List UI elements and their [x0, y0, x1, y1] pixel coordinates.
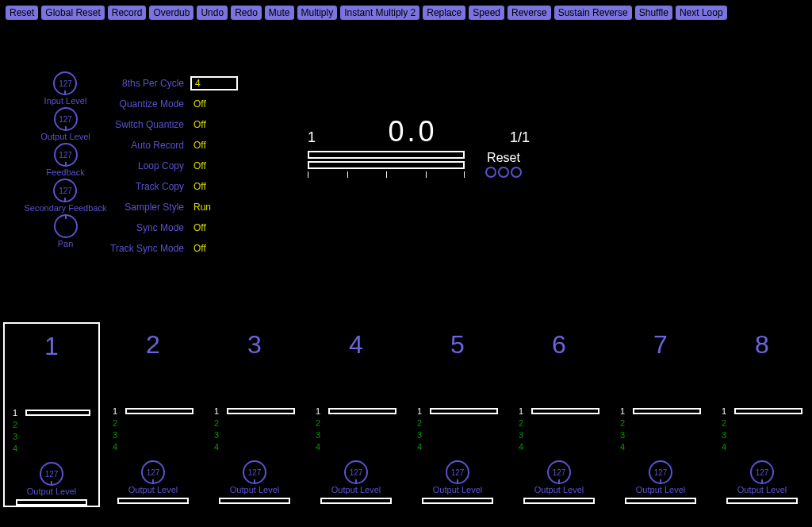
- loop-row[interactable]: 1: [214, 406, 295, 417]
- param-value[interactable]: Off: [190, 119, 206, 130]
- output-level-knob[interactable]: 127: [54, 107, 78, 131]
- redo-button[interactable]: Redo: [230, 5, 262, 21]
- knob-value: 127: [756, 468, 769, 477]
- loop-row[interactable]: 2: [113, 417, 193, 429]
- loop-row[interactable]: 4: [620, 441, 701, 452]
- track-output-knob-item: 127Output Level: [27, 462, 76, 496]
- track-strip-1[interactable]: 11234127Output Level: [3, 322, 100, 507]
- track-strip-5[interactable]: 51234127Output Level: [409, 322, 506, 504]
- track-output-level-knob[interactable]: 127: [141, 460, 165, 484]
- display-state: Reset: [487, 151, 520, 165]
- reset-button[interactable]: Reset: [5, 5, 39, 21]
- track-strip-4[interactable]: 41234127Output Level: [308, 322, 404, 504]
- output-level-knob-item: 127Output Level: [40, 107, 90, 141]
- loop-row[interactable]: 4: [722, 441, 802, 452]
- loop-number: 1: [519, 406, 527, 416]
- loop-number: 3: [722, 430, 730, 440]
- loop-row[interactable]: 3: [13, 431, 90, 442]
- param-value[interactable]: Off: [190, 98, 206, 110]
- next-loop-button[interactable]: Next Loop: [675, 5, 728, 21]
- loop-row[interactable]: 1: [13, 407, 90, 418]
- loop-row[interactable]: 1: [113, 406, 193, 417]
- loop-number: 4: [13, 444, 21, 453]
- loop-row[interactable]: 2: [620, 417, 701, 429]
- track-output-knob-item: 127Output Level: [433, 460, 482, 494]
- param-value[interactable]: Off: [190, 140, 206, 151]
- loop-list: 1234: [105, 406, 201, 452]
- loop-row[interactable]: 3: [316, 429, 396, 440]
- loop-row[interactable]: 1: [417, 406, 498, 417]
- param-value[interactable]: Off: [190, 222, 206, 233]
- loop-number: 2: [316, 418, 324, 428]
- param-value[interactable]: Off: [190, 181, 206, 192]
- reverse-button[interactable]: Reverse: [507, 5, 552, 21]
- loop-row[interactable]: 4: [113, 441, 193, 452]
- param-value[interactable]: Run: [190, 202, 211, 213]
- track-output-level-knob[interactable]: 127: [547, 460, 571, 484]
- loop-number: 4: [519, 442, 527, 452]
- param-input-8ths-per-cycle[interactable]: [190, 76, 238, 90]
- knob-label: Output Level: [636, 485, 685, 494]
- loop-number: 3: [620, 430, 628, 440]
- loop-number: 1: [214, 406, 222, 416]
- param-value[interactable]: Off: [190, 160, 206, 171]
- loop-number: 4: [417, 442, 425, 452]
- loop-row[interactable]: 3: [620, 429, 701, 440]
- knob-tick: [64, 198, 66, 202]
- sustain-reverse-button[interactable]: Sustain Reverse: [553, 5, 633, 21]
- overdub-button[interactable]: Overdub: [148, 5, 194, 21]
- loop-row[interactable]: 1: [620, 406, 701, 417]
- track-strip-7[interactable]: 71234127Output Level: [612, 322, 709, 504]
- loop-row[interactable]: 2: [316, 417, 396, 429]
- loop-row[interactable]: 3: [722, 429, 802, 440]
- track-output-level-knob[interactable]: 127: [344, 460, 368, 484]
- speed-button[interactable]: Speed: [468, 5, 505, 21]
- feedback-knob[interactable]: 127: [54, 143, 78, 167]
- track-output-level-knob[interactable]: 127: [243, 460, 266, 484]
- loop-row[interactable]: 2: [417, 417, 498, 429]
- param-value[interactable]: Off: [190, 243, 206, 254]
- loop-row[interactable]: 2: [519, 417, 599, 429]
- track-number: 3: [247, 330, 262, 360]
- track-output-level-knob[interactable]: 127: [750, 460, 774, 484]
- loop-row[interactable]: 4: [316, 441, 396, 452]
- instant-multiply-2-button[interactable]: Instant Multiply 2: [339, 5, 420, 21]
- loop-row[interactable]: 2: [722, 417, 802, 429]
- knob-tick: [152, 479, 154, 484]
- track-strip-3[interactable]: 31234127Output Level: [206, 322, 303, 504]
- track-output-level-knob[interactable]: 127: [649, 460, 672, 484]
- loop-row[interactable]: 4: [519, 441, 599, 452]
- loop-row[interactable]: 4: [417, 441, 498, 452]
- param-label: Loop Copy: [103, 160, 190, 171]
- track-strip-6[interactable]: 61234127Output Level: [511, 322, 607, 504]
- track-strip-2[interactable]: 21234127Output Level: [105, 322, 201, 504]
- track-output-level-knob[interactable]: 127: [40, 462, 63, 486]
- loop-row[interactable]: 2: [214, 417, 295, 429]
- global-reset-button[interactable]: Global Reset: [40, 5, 105, 21]
- record-button[interactable]: Record: [107, 5, 147, 21]
- loop-row[interactable]: 4: [214, 441, 295, 452]
- loop-row[interactable]: 3: [519, 429, 599, 440]
- loop-row[interactable]: 1: [316, 406, 396, 417]
- undo-button[interactable]: Undo: [196, 5, 228, 21]
- multiply-button[interactable]: Multiply: [297, 5, 339, 21]
- loop-row[interactable]: 3: [214, 429, 295, 440]
- track-output-level-knob[interactable]: 127: [446, 460, 469, 484]
- knob-label: Secondary Feedback: [25, 203, 107, 213]
- loop-row[interactable]: 1: [722, 406, 802, 417]
- replace-button[interactable]: Replace: [422, 5, 466, 21]
- track-output-knob-item: 127Output Level: [331, 460, 381, 494]
- loop-row[interactable]: 4: [13, 443, 90, 454]
- loop-row[interactable]: 1: [519, 406, 599, 417]
- track-output-knob-item: 127Output Level: [534, 460, 584, 494]
- input-level-knob[interactable]: 127: [53, 71, 77, 95]
- mute-button[interactable]: Mute: [264, 5, 295, 21]
- track-strip-8[interactable]: 81234127Output Level: [714, 322, 810, 504]
- pan-knob[interactable]: [54, 214, 78, 238]
- param-row-auto-record: Auto RecordOff: [103, 138, 262, 152]
- loop-row[interactable]: 3: [113, 429, 193, 440]
- shuffle-button[interactable]: Shuffle: [634, 5, 673, 21]
- secondary-feedback-knob[interactable]: 127: [53, 179, 77, 202]
- loop-row[interactable]: 2: [13, 419, 90, 430]
- loop-row[interactable]: 3: [417, 429, 498, 440]
